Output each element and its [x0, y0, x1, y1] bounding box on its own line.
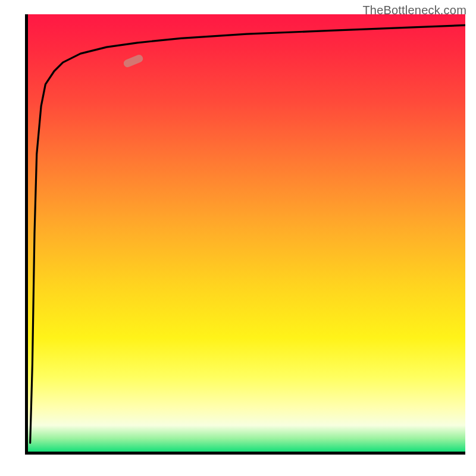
x-axis: [25, 452, 465, 455]
curve-line: [28, 14, 465, 452]
curve-path: [30, 25, 465, 443]
plot-area: [28, 14, 465, 452]
chart-container: TheBottleneck.com: [0, 0, 476, 476]
